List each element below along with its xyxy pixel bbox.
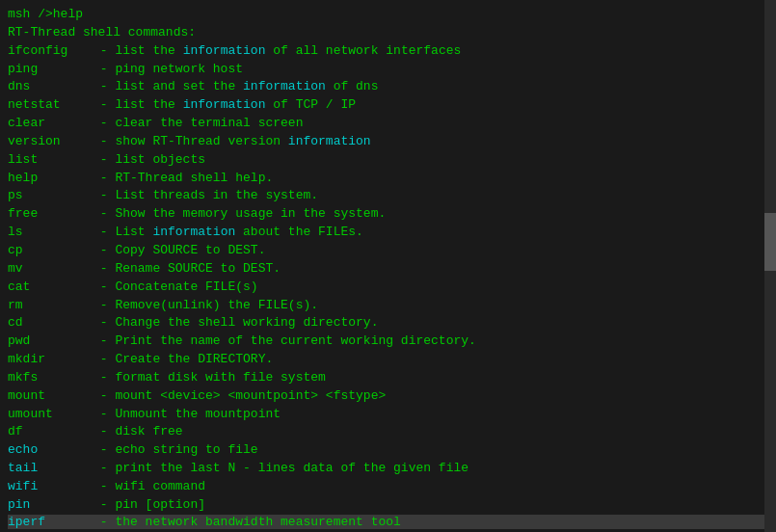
table-row: df - disk free <box>8 423 768 441</box>
table-row: tail - print the last N - lines data of … <box>8 460 768 478</box>
command-name: rm <box>8 297 93 315</box>
command-desc: - echo string to file <box>93 441 258 460</box>
commands-list: ifconfig - list the information of all n… <box>8 42 768 532</box>
table-row: clear - clear the terminal screen <box>8 115 768 133</box>
table-row: ifconfig - list the information of all n… <box>8 42 768 61</box>
command-desc: - wifi command <box>93 478 205 496</box>
table-row: rm - Remove(unlink) the FILE(s). <box>8 297 768 315</box>
command-desc: - List <box>93 224 152 242</box>
table-row: ps - List threads in the system. <box>8 187 768 205</box>
command-name: ping <box>8 61 93 79</box>
command-desc: - List threads in the system. <box>93 187 318 205</box>
command-desc: - RT-Thread shell help. <box>93 170 273 188</box>
command-name: netstat <box>8 96 93 115</box>
table-row: dns - list and set the information of dn… <box>8 78 768 96</box>
highlight-text: information <box>183 96 266 115</box>
table-row: cd - Change the shell working directory. <box>8 314 768 332</box>
table-row: free - Show the memory usage in the syst… <box>8 205 768 224</box>
command-desc: - Copy SOURCE to DEST. <box>93 242 265 260</box>
command-desc: - list the <box>93 96 183 115</box>
command-name: pin <box>8 496 93 515</box>
table-row: reboot - Reboot System <box>8 529 768 532</box>
command-desc2: of TCP / IP <box>265 96 356 115</box>
command-desc: - list and set the <box>93 78 243 96</box>
command-name: mkfs <box>8 369 93 387</box>
command-desc: - clear the terminal screen <box>93 115 303 133</box>
prompt-top: msh />help <box>8 6 83 24</box>
scrollbar[interactable] <box>764 0 776 532</box>
command-desc: - Concatenate FILE(s) <box>93 279 258 297</box>
command-name: free <box>8 205 93 224</box>
command-name: tail <box>8 460 93 478</box>
command-name: echo <box>8 441 93 460</box>
command-desc: - Create the DIRECTORY. <box>93 351 273 369</box>
command-name: iperf <box>8 515 93 529</box>
table-row: mv - Rename SOURCE to DEST. <box>8 260 768 279</box>
table-row: iperf - the network bandwidth measuremen… <box>8 515 768 529</box>
highlight-text: information <box>183 42 266 61</box>
command-desc: - format disk with file system <box>93 369 326 387</box>
table-row: echo - echo string to file <box>8 441 768 460</box>
command-desc: - mount <device> <mountpoint> <fstype> <box>93 387 386 406</box>
scrollbar-thumb[interactable] <box>764 213 776 271</box>
command-desc: - Print the name of the current working … <box>93 332 476 351</box>
command-desc: - Remove(unlink) the FILE(s). <box>93 297 318 315</box>
command-name: version <box>8 133 93 151</box>
header-line: RT-Thread shell commands: <box>8 24 768 42</box>
command-desc: - list objects <box>93 151 205 170</box>
table-row: mkfs - format disk with file system <box>8 369 768 387</box>
command-name: ifconfig <box>8 42 93 61</box>
command-name: umount <box>8 406 93 424</box>
command-desc2: of all network interfaces <box>265 42 461 61</box>
command-desc: - Change the shell working directory. <box>93 314 378 332</box>
highlight-text: information <box>243 78 326 96</box>
table-row: umount - Unmount the mountpoint <box>8 406 768 424</box>
command-desc2: about the FILEs. <box>235 224 363 242</box>
table-row: cat - Concatenate FILE(s) <box>8 279 768 297</box>
table-row: pin - pin [option] <box>8 496 768 515</box>
command-name: mount <box>8 387 93 406</box>
table-row: list - list objects <box>8 151 768 170</box>
table-row: ls - List information about the FILEs. <box>8 224 768 242</box>
command-desc: - Reboot System <box>93 529 213 532</box>
command-name: pwd <box>8 332 93 351</box>
table-row: cp - Copy SOURCE to DEST. <box>8 242 768 260</box>
command-desc: - Unmount the mountpoint <box>93 406 281 424</box>
command-desc: - disk free <box>93 423 183 441</box>
command-desc: - pin [option] <box>93 496 205 515</box>
table-row: wifi - wifi command <box>8 478 768 496</box>
command-name: help <box>8 170 93 188</box>
command-name: mkdir <box>8 351 93 369</box>
table-row: version - show RT-Thread version informa… <box>8 133 768 151</box>
table-row: pwd - Print the name of the current work… <box>8 332 768 351</box>
command-desc: - print the last N - lines data of the g… <box>93 460 468 478</box>
highlight-text: information <box>288 133 371 151</box>
terminal: msh />help RT-Thread shell commands: ifc… <box>0 0 776 532</box>
command-name: dns <box>8 78 93 96</box>
command-name: wifi <box>8 478 93 496</box>
table-row: mkdir - Create the DIRECTORY. <box>8 351 768 369</box>
command-name: df <box>8 423 93 441</box>
table-row: mount - mount <device> <mountpoint> <fst… <box>8 387 768 406</box>
command-name: cd <box>8 314 93 332</box>
command-name: ls <box>8 224 93 242</box>
header-text: RT-Thread shell commands: <box>8 24 196 42</box>
command-desc: - list the <box>93 42 183 61</box>
command-desc: - Rename SOURCE to DEST. <box>93 260 281 279</box>
table-row: netstat - list the information of TCP / … <box>8 96 768 115</box>
command-name: reboot <box>8 529 93 532</box>
command-name: cat <box>8 279 93 297</box>
command-desc2: of dns <box>326 78 379 96</box>
command-name: cp <box>8 242 93 260</box>
prompt-top-line: msh />help <box>8 6 768 24</box>
table-row: help - RT-Thread shell help. <box>8 170 768 188</box>
command-desc: - Show the memory usage in the system. <box>93 205 386 224</box>
highlight-text: information <box>152 224 235 242</box>
command-desc: - show RT-Thread version <box>93 133 288 151</box>
command-name: clear <box>8 115 93 133</box>
command-name: list <box>8 151 93 170</box>
command-name: ps <box>8 187 93 205</box>
command-name: mv <box>8 260 93 279</box>
command-desc: - ping network host <box>93 61 243 79</box>
command-desc: - the network bandwidth measurement tool <box>93 515 401 529</box>
